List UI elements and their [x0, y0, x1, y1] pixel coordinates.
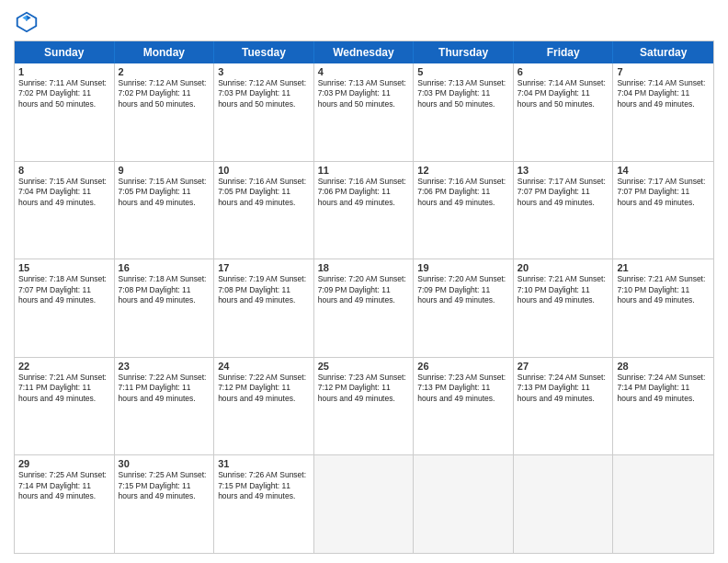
calendar-cell	[414, 455, 514, 553]
calendar-cell: 24Sunrise: 7:22 AM Sunset: 7:12 PM Dayli…	[214, 358, 314, 455]
day-info: Sunrise: 7:14 AM Sunset: 7:04 PM Dayligh…	[617, 78, 710, 109]
day-info: Sunrise: 7:17 AM Sunset: 7:07 PM Dayligh…	[518, 177, 609, 208]
calendar-cell	[613, 455, 713, 553]
logo-icon	[14, 9, 40, 35]
day-info: Sunrise: 7:20 AM Sunset: 7:09 PM Dayligh…	[417, 274, 509, 305]
day-info: Sunrise: 7:16 AM Sunset: 7:06 PM Dayligh…	[318, 177, 410, 208]
day-info: Sunrise: 7:15 AM Sunset: 7:05 PM Dayligh…	[119, 177, 210, 208]
day-number: 10	[218, 165, 310, 176]
day-number: 4	[318, 66, 410, 77]
day-info: Sunrise: 7:18 AM Sunset: 7:07 PM Dayligh…	[18, 274, 110, 305]
day-number: 9	[119, 165, 210, 176]
day-info: Sunrise: 7:16 AM Sunset: 7:05 PM Dayligh…	[218, 177, 310, 208]
day-info: Sunrise: 7:23 AM Sunset: 7:12 PM Dayligh…	[318, 373, 410, 404]
day-info: Sunrise: 7:25 AM Sunset: 7:15 PM Dayligh…	[119, 470, 210, 501]
day-number: 2	[119, 66, 210, 77]
day-info: Sunrise: 7:19 AM Sunset: 7:08 PM Dayligh…	[218, 274, 310, 305]
calendar-cell: 2Sunrise: 7:12 AM Sunset: 7:02 PM Daylig…	[115, 63, 215, 161]
day-number: 25	[318, 361, 410, 372]
calendar-row-2: 8Sunrise: 7:15 AM Sunset: 7:04 PM Daylig…	[15, 162, 713, 260]
header-day-friday: Friday	[514, 41, 614, 63]
day-number: 7	[617, 66, 710, 77]
calendar-body: 1Sunrise: 7:11 AM Sunset: 7:02 PM Daylig…	[15, 63, 713, 553]
day-info: Sunrise: 7:12 AM Sunset: 7:03 PM Dayligh…	[218, 78, 310, 109]
calendar-cell: 19Sunrise: 7:20 AM Sunset: 7:09 PM Dayli…	[414, 259, 514, 357]
calendar-cell: 5Sunrise: 7:13 AM Sunset: 7:03 PM Daylig…	[414, 63, 514, 161]
calendar-cell: 16Sunrise: 7:18 AM Sunset: 7:08 PM Dayli…	[115, 259, 215, 357]
day-info: Sunrise: 7:25 AM Sunset: 7:14 PM Dayligh…	[18, 470, 110, 501]
day-number: 16	[119, 262, 210, 273]
calendar-cell: 10Sunrise: 7:16 AM Sunset: 7:05 PM Dayli…	[214, 162, 314, 259]
day-number: 28	[617, 361, 710, 372]
day-number: 13	[518, 165, 609, 176]
calendar-cell: 27Sunrise: 7:24 AM Sunset: 7:13 PM Dayli…	[514, 358, 614, 455]
calendar-cell: 29Sunrise: 7:25 AM Sunset: 7:14 PM Dayli…	[15, 455, 115, 553]
calendar-cell: 3Sunrise: 7:12 AM Sunset: 7:03 PM Daylig…	[214, 63, 314, 161]
day-info: Sunrise: 7:14 AM Sunset: 7:04 PM Dayligh…	[518, 78, 609, 109]
day-info: Sunrise: 7:17 AM Sunset: 7:07 PM Dayligh…	[617, 177, 710, 208]
day-info: Sunrise: 7:16 AM Sunset: 7:06 PM Dayligh…	[417, 177, 509, 208]
day-info: Sunrise: 7:24 AM Sunset: 7:13 PM Dayligh…	[518, 373, 609, 404]
day-info: Sunrise: 7:21 AM Sunset: 7:10 PM Dayligh…	[617, 274, 710, 305]
day-info: Sunrise: 7:21 AM Sunset: 7:11 PM Dayligh…	[18, 373, 110, 404]
day-number: 11	[318, 165, 410, 176]
header	[14, 9, 714, 35]
calendar-cell: 22Sunrise: 7:21 AM Sunset: 7:11 PM Dayli…	[15, 358, 115, 455]
day-number: 20	[518, 262, 609, 273]
calendar-cell: 18Sunrise: 7:20 AM Sunset: 7:09 PM Dayli…	[314, 259, 415, 357]
calendar-cell: 23Sunrise: 7:22 AM Sunset: 7:11 PM Dayli…	[115, 358, 215, 455]
header-day-thursday: Thursday	[414, 41, 514, 63]
day-number: 15	[18, 262, 110, 273]
calendar-row-4: 22Sunrise: 7:21 AM Sunset: 7:11 PM Dayli…	[15, 358, 713, 456]
calendar-cell: 9Sunrise: 7:15 AM Sunset: 7:05 PM Daylig…	[115, 162, 215, 259]
page: SundayMondayTuesdayWednesdayThursdayFrid…	[0, 0, 728, 563]
calendar-row-3: 15Sunrise: 7:18 AM Sunset: 7:07 PM Dayli…	[15, 259, 713, 358]
calendar-cell	[314, 455, 415, 553]
calendar-cell: 15Sunrise: 7:18 AM Sunset: 7:07 PM Dayli…	[15, 259, 115, 357]
day-number: 21	[617, 262, 710, 273]
day-info: Sunrise: 7:26 AM Sunset: 7:15 PM Dayligh…	[218, 470, 310, 501]
day-info: Sunrise: 7:15 AM Sunset: 7:04 PM Dayligh…	[18, 177, 110, 208]
day-number: 1	[18, 66, 110, 77]
day-info: Sunrise: 7:13 AM Sunset: 7:03 PM Dayligh…	[318, 78, 410, 109]
calendar-cell: 1Sunrise: 7:11 AM Sunset: 7:02 PM Daylig…	[15, 63, 115, 161]
day-number: 12	[417, 165, 509, 176]
day-number: 29	[18, 458, 110, 469]
day-info: Sunrise: 7:11 AM Sunset: 7:02 PM Dayligh…	[18, 78, 110, 109]
calendar-cell: 14Sunrise: 7:17 AM Sunset: 7:07 PM Dayli…	[613, 162, 713, 259]
calendar-cell: 8Sunrise: 7:15 AM Sunset: 7:04 PM Daylig…	[15, 162, 115, 259]
header-day-saturday: Saturday	[613, 41, 713, 63]
day-number: 17	[218, 262, 310, 273]
calendar-cell: 30Sunrise: 7:25 AM Sunset: 7:15 PM Dayli…	[115, 455, 215, 553]
day-number: 24	[218, 361, 310, 372]
day-info: Sunrise: 7:23 AM Sunset: 7:13 PM Dayligh…	[417, 373, 509, 404]
day-number: 30	[119, 458, 210, 469]
calendar-cell: 26Sunrise: 7:23 AM Sunset: 7:13 PM Dayli…	[414, 358, 514, 455]
day-number: 19	[417, 262, 509, 273]
day-number: 27	[518, 361, 609, 372]
calendar-cell: 12Sunrise: 7:16 AM Sunset: 7:06 PM Dayli…	[414, 162, 514, 259]
day-info: Sunrise: 7:24 AM Sunset: 7:14 PM Dayligh…	[617, 373, 710, 404]
day-number: 26	[417, 361, 509, 372]
day-number: 3	[218, 66, 310, 77]
day-number: 23	[119, 361, 210, 372]
logo	[14, 9, 43, 35]
calendar-row-5: 29Sunrise: 7:25 AM Sunset: 7:14 PM Dayli…	[15, 455, 713, 553]
calendar-cell: 11Sunrise: 7:16 AM Sunset: 7:06 PM Dayli…	[314, 162, 415, 259]
calendar-cell: 28Sunrise: 7:24 AM Sunset: 7:14 PM Dayli…	[613, 358, 713, 455]
header-day-wednesday: Wednesday	[314, 41, 415, 63]
calendar-cell: 21Sunrise: 7:21 AM Sunset: 7:10 PM Dayli…	[613, 259, 713, 357]
header-day-monday: Monday	[115, 41, 215, 63]
header-day-sunday: Sunday	[15, 41, 115, 63]
calendar-header: SundayMondayTuesdayWednesdayThursdayFrid…	[15, 41, 713, 63]
day-number: 22	[18, 361, 110, 372]
header-day-tuesday: Tuesday	[214, 41, 314, 63]
day-info: Sunrise: 7:22 AM Sunset: 7:12 PM Dayligh…	[218, 373, 310, 404]
calendar-cell	[514, 455, 614, 553]
calendar-cell: 7Sunrise: 7:14 AM Sunset: 7:04 PM Daylig…	[613, 63, 713, 161]
day-number: 14	[617, 165, 710, 176]
day-info: Sunrise: 7:18 AM Sunset: 7:08 PM Dayligh…	[119, 274, 210, 305]
day-number: 31	[218, 458, 310, 469]
day-info: Sunrise: 7:13 AM Sunset: 7:03 PM Dayligh…	[417, 78, 509, 109]
day-info: Sunrise: 7:12 AM Sunset: 7:02 PM Dayligh…	[119, 78, 210, 109]
